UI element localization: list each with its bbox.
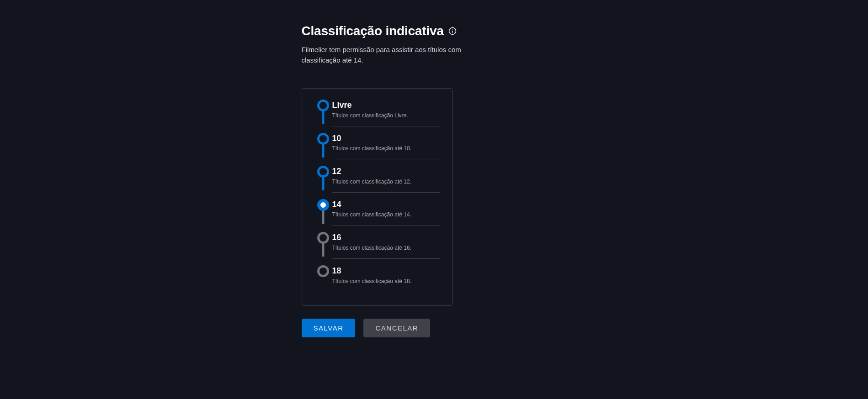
rating-option-12[interactable]: 12Títulos com classificação até 12. (314, 167, 440, 200)
rating-label: 16 (332, 233, 440, 243)
rating-node-icon (317, 166, 329, 178)
rating-label: 18 (332, 266, 440, 276)
rating-node-icon (317, 133, 329, 145)
svg-point-2 (452, 29, 453, 30)
rating-description: Títulos com classificação Livre. (332, 112, 440, 119)
ratings-card: LivreTítulos com classificação Livre.10T… (302, 88, 453, 306)
save-button[interactable]: Salvar (302, 319, 356, 337)
rating-description: Títulos com classificação até 12. (332, 178, 440, 185)
rating-label: Livre (332, 100, 440, 110)
rating-node-icon (317, 232, 329, 244)
rating-option-14[interactable]: 14Títulos com classificação até 14. (314, 200, 440, 233)
rating-option-18[interactable]: 18Títulos com classificação até 18. (314, 266, 440, 299)
rating-description: Títulos com classificação até 10. (332, 145, 440, 152)
page-title: Classificação indicativa (302, 24, 444, 38)
rating-node-icon (317, 199, 329, 211)
rating-label: 12 (332, 167, 440, 177)
rating-option-10[interactable]: 10Títulos com classificação até 10. (314, 134, 440, 167)
rating-option-livre[interactable]: LivreTítulos com classificação Livre. (314, 100, 440, 134)
rating-description: Títulos com classificação até 16. (332, 245, 440, 251)
rating-node-icon (317, 100, 329, 111)
rating-option-16[interactable]: 16Títulos com classificação até 16. (314, 233, 440, 266)
page-subtitle: Filmelier tem permissão para assistir ao… (302, 45, 494, 65)
info-icon[interactable] (448, 27, 457, 35)
rating-description: Títulos com classificação até 14. (332, 211, 440, 218)
rating-label: 10 (332, 134, 440, 144)
cancel-button[interactable]: Cancelar (363, 319, 430, 337)
rating-description: Títulos com classificação até 18. (332, 278, 440, 284)
rating-label: 14 (332, 200, 440, 210)
rating-node-icon (317, 265, 329, 277)
